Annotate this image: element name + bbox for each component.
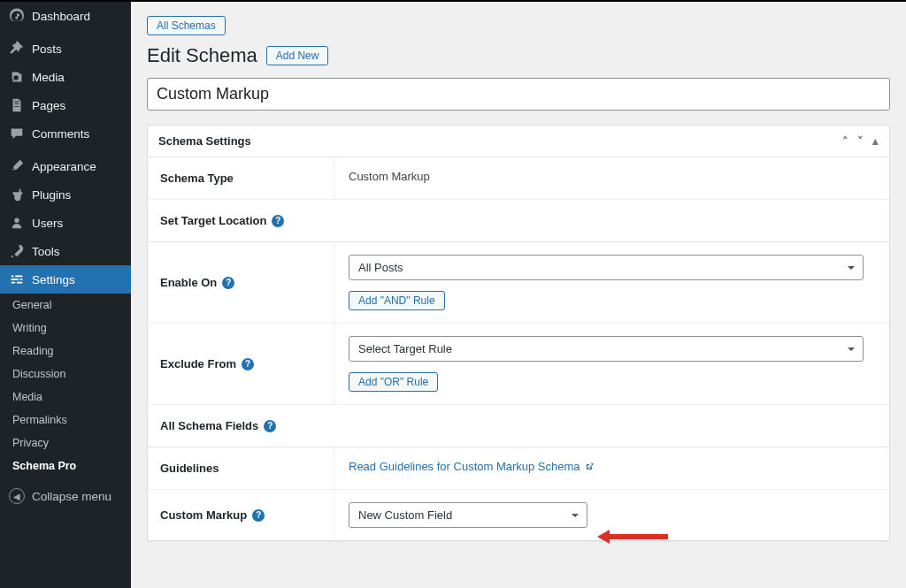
wrench-icon xyxy=(9,243,25,259)
media-icon xyxy=(9,69,25,85)
sidebar-item-label: Appearance xyxy=(32,160,96,173)
sidebar-sub-media[interactable]: Media xyxy=(0,386,131,409)
schema-type-value: Custom Markup xyxy=(334,157,889,199)
enable-on-select[interactable]: All Posts xyxy=(349,255,864,280)
all-schema-fields-section: All Schema Fields ? xyxy=(148,405,889,447)
postbox-handle: ˄ ˅ ▴ xyxy=(842,134,879,148)
sidebar-item-label: Plugins xyxy=(32,188,71,202)
toggle-panel-icon[interactable]: ▴ xyxy=(872,134,879,148)
sidebar-item-dashboard[interactable]: Dashboard xyxy=(0,2,131,30)
collapse-menu-button[interactable]: ◀ Collapse menu xyxy=(0,481,131,511)
sliders-icon xyxy=(9,271,25,287)
sidebar-sub-privacy[interactable]: Privacy xyxy=(0,431,131,454)
schema-title-input[interactable] xyxy=(147,78,890,111)
plugin-icon xyxy=(9,187,25,202)
sidebar-item-plugins[interactable]: Plugins xyxy=(0,180,131,209)
sidebar-item-label: Tools xyxy=(32,245,60,258)
comment-icon xyxy=(9,126,25,141)
guidelines-row: Guidelines Read Guidelines for Custom Ma… xyxy=(148,447,889,490)
exclude-from-label: Exclude From xyxy=(160,357,236,370)
external-link-icon xyxy=(584,462,595,472)
exclude-from-row: Exclude From ? Select Target Rule Add "O… xyxy=(148,324,889,405)
add-new-button[interactable]: Add New xyxy=(266,46,329,65)
admin-sidebar: Dashboard Posts Media Pages Comments App… xyxy=(0,2,131,588)
guidelines-label: Guidelines xyxy=(148,447,334,489)
brush-icon xyxy=(9,158,25,174)
add-or-rule-button[interactable]: Add "OR" Rule xyxy=(349,372,438,392)
custom-markup-select[interactable]: New Custom Field xyxy=(349,502,587,528)
chevron-left-icon: ◀ xyxy=(9,488,25,504)
move-down-icon[interactable]: ˅ xyxy=(857,134,864,148)
sidebar-item-media[interactable]: Media xyxy=(0,63,131,91)
help-icon[interactable]: ? xyxy=(252,509,265,522)
sidebar-item-label: Users xyxy=(32,217,63,230)
page-icon xyxy=(9,97,25,113)
help-icon[interactable]: ? xyxy=(222,277,234,289)
sidebar-sub-schema-pro[interactable]: Schema Pro xyxy=(0,454,131,477)
sidebar-item-label: Dashboard xyxy=(32,10,90,23)
sidebar-item-appearance[interactable]: Appearance xyxy=(0,152,131,180)
target-location-section: Set Target Location ? xyxy=(148,200,889,242)
sidebar-item-users[interactable]: Users xyxy=(0,209,131,237)
sidebar-sub-permalinks[interactable]: Permalinks xyxy=(0,409,131,431)
guidelines-link[interactable]: Read Guidelines for Custom Markup Schema xyxy=(349,460,595,473)
sub-nav: All Schemas xyxy=(147,16,890,35)
help-icon[interactable]: ? xyxy=(272,215,284,227)
sidebar-item-pages[interactable]: Pages xyxy=(0,91,131,119)
collapse-label: Collapse menu xyxy=(32,490,111,503)
gauge-icon xyxy=(9,8,25,24)
exclude-from-select[interactable]: Select Target Rule xyxy=(349,336,864,362)
sidebar-item-settings[interactable]: Settings xyxy=(0,265,131,294)
help-icon[interactable]: ? xyxy=(264,420,276,432)
schema-settings-postbox: Schema Settings ˄ ˅ ▴ Schema Type Custom… xyxy=(147,125,890,541)
sidebar-item-label: Settings xyxy=(32,273,75,286)
sidebar-item-tools[interactable]: Tools xyxy=(0,237,131,265)
sidebar-item-comments[interactable]: Comments xyxy=(0,119,131,148)
move-up-icon[interactable]: ˄ xyxy=(842,134,848,148)
all-schemas-button[interactable]: All Schemas xyxy=(147,16,226,35)
sidebar-sub-reading[interactable]: Reading xyxy=(0,340,131,363)
sidebar-sub-discussion[interactable]: Discussion xyxy=(0,363,131,386)
custom-markup-label: Custom Markup xyxy=(160,508,247,522)
sidebar-item-label: Posts xyxy=(32,42,62,56)
pin-icon xyxy=(9,41,25,57)
main-content: All Schemas Edit Schema Add New Schema S… xyxy=(131,2,906,588)
schema-type-row: Schema Type Custom Markup xyxy=(148,157,889,200)
sidebar-sub-general[interactable]: General xyxy=(0,294,131,317)
sidebar-item-label: Pages xyxy=(32,99,65,112)
sidebar-item-label: Comments xyxy=(32,127,89,141)
postbox-header: Schema Settings ˄ ˅ ▴ xyxy=(148,126,889,157)
user-icon xyxy=(9,215,25,231)
help-icon[interactable]: ? xyxy=(242,358,254,370)
schema-type-label: Schema Type xyxy=(148,157,334,199)
all-schema-fields-label: All Schema Fields xyxy=(160,419,258,432)
enable-on-label: Enable On xyxy=(160,276,217,289)
sidebar-sub-writing[interactable]: Writing xyxy=(0,317,131,340)
custom-markup-row: Custom Markup ? New Custom Field xyxy=(148,490,889,540)
target-location-label: Set Target Location xyxy=(160,214,266,227)
sidebar-item-label: Media xyxy=(32,71,65,84)
enable-on-row: Enable On ? All Posts Add "AND" Rule xyxy=(148,242,889,324)
postbox-title: Schema Settings xyxy=(158,134,251,148)
page-title-wrap: Edit Schema Add New xyxy=(147,44,890,67)
page-title: Edit Schema xyxy=(147,44,257,67)
sidebar-item-posts[interactable]: Posts xyxy=(0,34,131,63)
add-and-rule-button[interactable]: Add "AND" Rule xyxy=(349,291,445,310)
